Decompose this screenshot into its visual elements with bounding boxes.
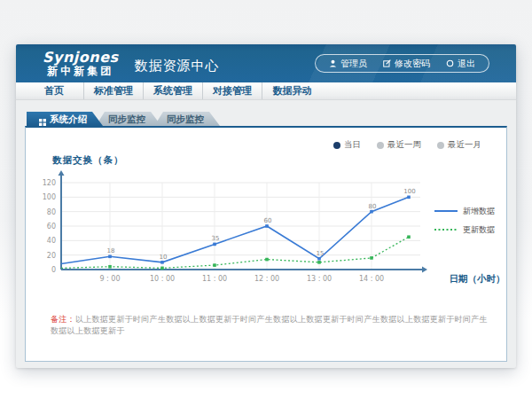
data-point-label: 35 xyxy=(212,235,220,242)
radio-dot xyxy=(333,142,340,149)
svg-text:20: 20 xyxy=(47,252,56,260)
user-toolbar: 管理员修改密码退出 xyxy=(315,54,489,73)
svg-text:10 : 00: 10 : 00 xyxy=(150,275,175,283)
nav-item-1[interactable]: 首页 xyxy=(25,82,84,99)
nav-item-2[interactable]: 标准管理 xyxy=(84,82,144,99)
data-point xyxy=(407,196,411,200)
svg-text:13 : 00: 13 : 00 xyxy=(307,275,332,283)
radio-dot xyxy=(437,142,444,149)
desktop-background: Synjones 新中新集团 数据资源中心 管理员修改密码退出 首页标准管理系统… xyxy=(0,0,532,399)
radio-label: 最近一月 xyxy=(448,139,481,151)
user-icon xyxy=(329,59,337,67)
tab-label: 系统介绍 xyxy=(50,112,87,126)
svg-text:0: 0 xyxy=(51,266,56,274)
edit-icon xyxy=(383,59,391,67)
tab-1-active[interactable]: 系统介绍 xyxy=(27,112,103,126)
data-point xyxy=(317,261,321,264)
radio-label: 最近一周 xyxy=(387,139,421,151)
data-point xyxy=(108,255,112,259)
tab-grid-icon xyxy=(39,115,46,122)
data-point-label: 10 xyxy=(160,254,168,261)
tab-bar: 系统介绍同步监控同步监控 xyxy=(25,112,507,126)
chart-legend: 新增数据更新数据 xyxy=(434,207,495,234)
svg-text:14 : 00: 14 : 00 xyxy=(359,275,384,283)
data-point xyxy=(370,210,373,214)
data-point xyxy=(317,257,321,261)
data-point-label: 100 xyxy=(403,188,415,195)
brand-logo-wordmark: Synjones xyxy=(43,51,119,66)
data-point xyxy=(160,267,164,270)
nav-item-3[interactable]: 系统管理 xyxy=(144,82,203,99)
footnote-label: 备注： xyxy=(51,315,75,324)
data-point xyxy=(213,263,216,267)
logout-icon xyxy=(446,59,454,67)
tab-label: 同步监控 xyxy=(167,112,204,126)
data-point xyxy=(160,261,164,264)
data-point xyxy=(407,235,411,239)
legend-label-new-data: 新增数据 xyxy=(463,207,495,215)
svg-text:60: 60 xyxy=(47,223,56,231)
brand-logo: Synjones 新中新集团 xyxy=(43,51,119,76)
page-title: 数据资源中心 xyxy=(135,58,220,74)
data-point-label: 80 xyxy=(369,203,377,210)
svg-text:120: 120 xyxy=(43,179,56,187)
system-intro-panel: 当日最近一周最近一月 数据交换（条） 0204060801001209 : 00… xyxy=(25,126,507,362)
user-toolbar-item-1[interactable]: 管理员 xyxy=(321,58,375,70)
tab-2[interactable]: 同步监控 xyxy=(96,112,161,126)
legend-label-updated-data: 更新数据 xyxy=(463,225,495,234)
data-point xyxy=(265,224,269,228)
svg-text:9 : 00: 9 : 00 xyxy=(99,275,120,283)
data-point-label: 18 xyxy=(107,247,115,254)
brand-logo-chinese: 新中新集团 xyxy=(43,66,119,77)
range-radio-1[interactable]: 当日 xyxy=(333,139,361,151)
data-point xyxy=(213,243,216,246)
range-radio-3[interactable]: 最近一月 xyxy=(437,139,481,151)
tab-3[interactable]: 同步监控 xyxy=(154,112,220,126)
chart-x-axis-title: 日期（小时） xyxy=(450,273,505,285)
nav-item-5[interactable]: 数据异动 xyxy=(262,82,322,99)
data-point-label: 15 xyxy=(317,250,325,257)
tab-label: 同步监控 xyxy=(108,112,145,126)
footnote: 备注：以上数据更新于时间产生数据以上数据更新于时间产生数据以上数据更新于时间产生… xyxy=(51,314,492,337)
app-window: Synjones 新中新集团 数据资源中心 管理员修改密码退出 首页标准管理系统… xyxy=(16,44,516,368)
radio-label: 当日 xyxy=(344,139,361,151)
svg-text:40: 40 xyxy=(47,237,56,245)
data-point xyxy=(265,258,269,262)
range-radio-2[interactable]: 最近一周 xyxy=(377,139,421,151)
main-nav: 首页标准管理系统管理对接管理数据异动 xyxy=(16,82,516,100)
svg-text:11 : 00: 11 : 00 xyxy=(202,275,227,283)
user-toolbar-label: 修改密码 xyxy=(395,58,430,70)
svg-text:80: 80 xyxy=(47,208,56,216)
chart-container: 0204060801001209 : 0010 : 0011 : 0012 : … xyxy=(26,168,508,298)
svg-text:12 : 00: 12 : 00 xyxy=(254,275,279,283)
user-toolbar-item-3[interactable]: 退出 xyxy=(438,58,483,70)
data-point-label: 60 xyxy=(264,217,272,224)
footnote-text: 以上数据更新于时间产生数据以上数据更新于时间产生数据以上数据更新于时间产生数据以… xyxy=(51,315,488,335)
user-toolbar-label: 退出 xyxy=(458,58,475,70)
data-point xyxy=(108,265,112,269)
date-range-selector: 当日最近一周最近一月 xyxy=(333,139,481,151)
user-toolbar-item-2[interactable]: 修改密码 xyxy=(375,58,438,70)
x-axis-arrow xyxy=(422,267,427,273)
y-axis-arrow xyxy=(59,170,65,176)
data-point xyxy=(370,256,373,260)
chart-y-axis-title: 数据交换（条） xyxy=(52,154,124,167)
nav-item-4[interactable]: 对接管理 xyxy=(203,82,262,99)
radio-dot xyxy=(377,142,384,149)
app-header: Synjones 新中新集团 数据资源中心 管理员修改密码退出 xyxy=(16,44,516,82)
user-toolbar-label: 管理员 xyxy=(340,58,367,70)
svg-text:100: 100 xyxy=(43,193,56,201)
data-exchange-line-chart: 0204060801001209 : 0010 : 0011 : 0012 : … xyxy=(26,168,508,298)
content-area: 系统介绍同步监控同步监控 当日最近一周最近一月 数据交换（条） 02040608… xyxy=(16,100,516,362)
